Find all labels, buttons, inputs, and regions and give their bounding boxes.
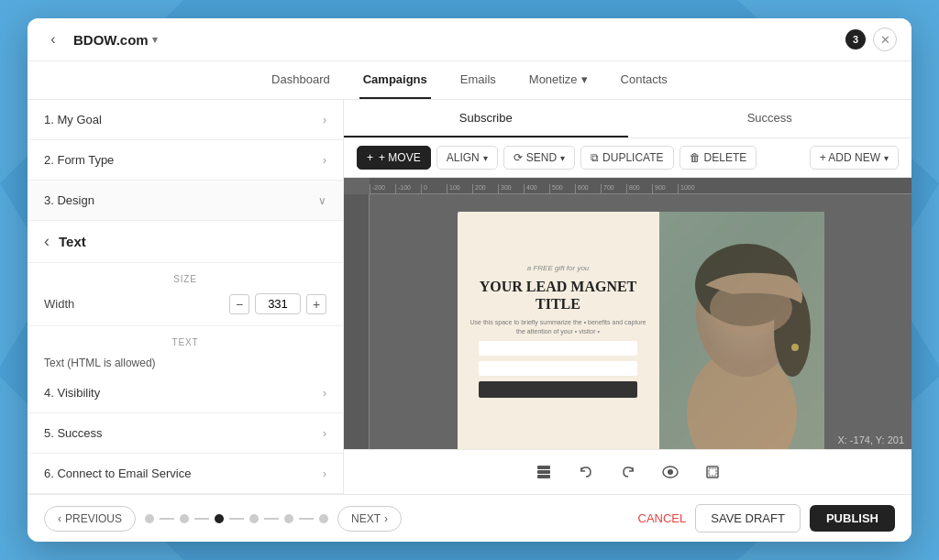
content-area: 1. My Goal › 2. Form Type › 3. Design ∨ … — [28, 100, 911, 494]
chevron-down-icon: ∨ — [318, 194, 326, 207]
chevron-down-icon: ▾ — [483, 153, 488, 163]
stepper — [145, 514, 328, 523]
chevron-right-icon: › — [323, 427, 326, 440]
sidebar-section-email-service[interactable]: 6. Connect to Email Service › — [28, 454, 343, 494]
text-html-label: Text (HTML is allowed) — [44, 357, 326, 369]
width-increase-button[interactable]: + — [306, 294, 326, 314]
previous-button[interactable]: ‹ PREVIOUS — [44, 506, 136, 532]
add-new-button[interactable]: + ADD NEW ▾ — [810, 146, 899, 170]
close-button[interactable]: ✕ — [873, 27, 897, 51]
step-dot-5 — [284, 514, 293, 523]
back-button[interactable]: ‹ — [42, 28, 64, 50]
step-line-5 — [299, 518, 314, 520]
canvas-toolbar: + + MOVE ALIGN ▾ ⟳ SEND ▾ ⧉ DUPLICATE — [344, 138, 911, 178]
width-input[interactable] — [255, 293, 301, 314]
step-line-3 — [229, 518, 244, 520]
fp-input-email — [479, 361, 637, 376]
trash-icon: 🗑 — [690, 151, 701, 164]
tab-subscribe[interactable]: Subscribe — [344, 100, 628, 137]
step-dot-2 — [180, 514, 189, 523]
redo-button[interactable] — [613, 457, 643, 487]
next-button[interactable]: NEXT › — [337, 506, 402, 532]
step-line-2 — [194, 518, 209, 520]
sidebar-section-form-type[interactable]: 2. Form Type › — [28, 140, 343, 181]
chevron-right-icon: › — [323, 114, 326, 126]
duplicate-button[interactable]: ⧉ DUPLICATE — [580, 146, 673, 170]
step-line-1 — [160, 518, 174, 520]
canvas-controls — [344, 449, 911, 494]
canvas-area: Subscribe Success + + MOVE ALIGN ▾ ⟳ — [344, 100, 911, 494]
nav-item-emails[interactable]: Emails — [457, 61, 500, 99]
sidebar-section-visibility[interactable]: 4. Visibility › — [28, 373, 343, 413]
undo-button[interactable] — [571, 457, 601, 487]
layers-button[interactable] — [529, 457, 558, 487]
sidebar-section-goal[interactable]: 1. My Goal › — [28, 100, 343, 140]
form-preview: a FREE gift for you YOUR LEAD MAGNET TIT… — [458, 212, 824, 449]
svg-rect-9 — [537, 470, 550, 474]
step-dot-6 — [319, 514, 328, 523]
app-title-arrow: ▾ — [152, 34, 158, 46]
notification-badge[interactable]: 3 — [845, 29, 866, 49]
design-panel: ‹ Text SIZE Width − + — [28, 221, 343, 373]
width-label: Width — [44, 297, 220, 311]
nav-item-contacts[interactable]: Contacts — [617, 61, 671, 99]
fp-subtitle: Use this space to briefly summarize the … — [470, 318, 646, 336]
sidebar: 1. My Goal › 2. Form Type › 3. Design ∨ … — [28, 100, 344, 494]
chevron-right-icon: › — [323, 154, 326, 167]
app-title: BDOW.com — [73, 32, 149, 48]
duplicate-icon: ⧉ — [591, 151, 599, 164]
design-header: ‹ Text — [28, 221, 343, 263]
fp-input-name — [479, 341, 637, 356]
align-button[interactable]: ALIGN ▾ — [436, 146, 498, 170]
bottom-bar: ‹ PREVIOUS NEXT › CANCEL — [28, 494, 911, 542]
svg-rect-8 — [537, 466, 550, 469]
chevron-down-icon: ▾ — [884, 153, 889, 163]
fp-tagline: a FREE gift for you — [527, 264, 590, 272]
nav-item-monetize[interactable]: Monetize ▾ — [525, 61, 591, 99]
size-section: SIZE Width − + — [28, 263, 343, 326]
nav-item-dashboard[interactable]: Dashboard — [268, 61, 334, 99]
chevron-right-icon: › — [323, 387, 326, 400]
send-button[interactable]: ⟳ SEND ▾ — [503, 146, 575, 170]
preview-button[interactable] — [656, 457, 685, 487]
send-icon: ⟳ — [514, 151, 523, 164]
publish-button[interactable]: PUBLISH — [810, 505, 895, 532]
design-panel-back-button[interactable]: ‹ — [44, 232, 50, 251]
chevron-right-icon: › — [384, 512, 388, 525]
cancel-button[interactable]: CANCEL — [638, 511, 687, 525]
nav-item-campaigns[interactable]: Campaigns — [359, 61, 431, 99]
monetize-arrow: ▾ — [581, 72, 588, 86]
step-dot-3 — [215, 514, 224, 523]
form-preview-image — [659, 212, 824, 449]
sidebar-section-success[interactable]: 5. Success › — [28, 413, 343, 454]
bottom-right: CANCEL SAVE DRAFT PUBLISH — [638, 504, 895, 533]
design-panel-title: Text — [59, 234, 86, 249]
save-draft-button[interactable]: SAVE DRAFT — [695, 504, 801, 533]
svg-rect-10 — [537, 475, 550, 478]
chevron-left-icon: ‹ — [58, 512, 61, 525]
svg-point-12 — [668, 469, 673, 475]
chevron-down-icon: ▾ — [560, 153, 565, 163]
main-window: ‹ BDOW.com ▾ 3 ✕ Dashboard Campaigns Ema… — [28, 18, 911, 542]
plus-icon: + — [367, 151, 373, 164]
width-row: Width − + — [44, 293, 326, 314]
fp-submit-btn — [479, 381, 637, 398]
svg-rect-14 — [709, 468, 716, 476]
delete-button[interactable]: 🗑 DELETE — [679, 146, 757, 170]
width-control: − + — [229, 293, 326, 314]
canvas-wrapper[interactable]: -200 -100 0 100 200 300 400 500 600 700 … — [344, 178, 911, 449]
svg-rect-7 — [659, 212, 824, 449]
text-content-section: TEXT Text (HTML is allowed) Use this spa… — [28, 326, 343, 373]
step-dot-1 — [145, 514, 154, 523]
top-nav: Dashboard Campaigns Emails Monetize ▾ Co… — [28, 61, 911, 100]
crop-button[interactable] — [698, 457, 727, 487]
sidebar-section-design[interactable]: 3. Design ∨ — [28, 181, 343, 221]
width-decrease-button[interactable]: − — [229, 294, 249, 314]
chevron-right-icon: › — [323, 467, 326, 480]
step-dot-4 — [249, 514, 259, 523]
bottom-left: ‹ PREVIOUS NEXT › — [44, 506, 402, 532]
move-button[interactable]: + + MOVE — [357, 146, 431, 170]
text-section-label: TEXT — [44, 337, 326, 347]
tab-success[interactable]: Success — [628, 100, 912, 137]
fp-title: YOUR LEAD MAGNET TITLE — [470, 278, 646, 313]
